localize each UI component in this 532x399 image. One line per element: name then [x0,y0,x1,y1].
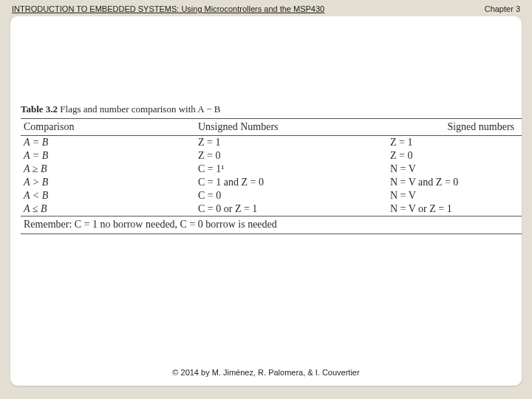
table-row: A ≥ B C = 1¹ N = V [21,163,522,176]
slide-header: INTRODUCTION TO EMBEDDED SYSTEMS: Using … [12,4,520,13]
cell: Z = 0 [346,149,522,163]
cell: Z = 0 [109,149,346,163]
cell: C = 1¹ [109,163,346,176]
cell: A = B [21,149,109,163]
cell: C = 1 and Z = 0 [109,176,346,189]
footnote-row: Remember: C = 1 no borrow needed, C = 0 … [21,216,522,234]
chapter-label: Chapter 3 [485,4,520,13]
cell: Z = 1 [346,136,522,150]
header-row: Comparison Unsigned Numbers Signed numbe… [21,119,522,136]
book-title: INTRODUCTION TO EMBEDDED SYSTEMS: Using … [12,4,324,13]
table-footnote: Remember: C = 1 no borrow needed, C = 0 … [21,216,522,234]
cell: N = V [346,189,522,202]
table-row: A = B Z = 1 Z = 1 [21,136,522,150]
cell: N = V or Z = 1 [346,202,522,216]
copyright-footer: © 2014 by M. Jiménez, R. Palomera, & I. … [10,368,522,377]
cell: A ≤ B [21,202,109,216]
table-row: A = B Z = 0 Z = 0 [21,149,522,163]
table-row: A < B C = 0 N = V [21,189,522,202]
flags-table: Comparison Unsigned Numbers Signed numbe… [21,118,522,234]
cell: A > B [21,176,109,189]
col-signed: Signed numbers [346,119,522,136]
slide-page: Table 3.2 Flags and number comparison wi… [10,16,522,386]
cell: A ≥ B [21,163,109,176]
col-unsigned: Unsigned Numbers [109,119,346,136]
cell: Z = 1 [109,136,346,150]
copyright-text: © 2014 by M. Jiménez, R. Palomera, & I. … [172,368,359,377]
cell: C = 0 [109,189,346,202]
col-comparison: Comparison [21,119,109,136]
cell: A < B [21,189,109,202]
table-row: A ≤ B C = 0 or Z = 1 N = V or Z = 1 [21,202,522,216]
cell: A = B [21,136,109,150]
table-row: A > B C = 1 and Z = 0 N = V and Z = 0 [21,176,522,189]
caption-text: Flags and number comparison with A − B [60,103,220,115]
cell: N = V and Z = 0 [346,176,522,189]
cell: N = V [346,163,522,176]
table-caption: Table 3.2 Flags and number comparison wi… [21,103,522,115]
table-container: Table 3.2 Flags and number comparison wi… [21,103,522,234]
cell: C = 0 or Z = 1 [109,202,346,216]
caption-label: Table 3.2 [21,103,58,115]
